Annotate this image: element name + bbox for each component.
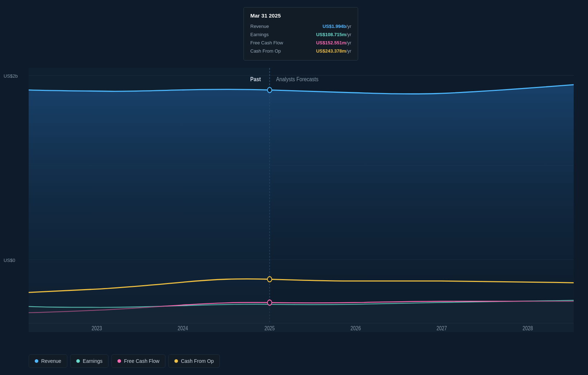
forecast-label: Analysts Forecasts [276,76,318,83]
tooltip-row-revenue: Revenue US$1.994b/yr [250,22,351,30]
legend-label-fcf: Free Cash Flow [124,358,159,364]
x-label-2027: 2027 [437,325,447,332]
legend-dot-fcf [117,359,121,363]
tooltip-row-cashop: Cash From Op US$243.378m/yr [250,47,351,55]
legend-dot-cashop [174,359,178,363]
chart-area: Past Analysts Forecasts 2023 [29,68,574,332]
x-label-2024: 2024 [178,325,188,332]
revenue-dot [268,87,272,93]
legend-label-revenue: Revenue [41,358,61,364]
tooltip-row-earnings: Earnings US$108.715m/yr [250,30,351,39]
tooltip-label-earnings: Earnings [250,32,269,37]
tooltip-value-revenue: US$1.994b/yr [323,24,351,29]
tooltip: Mar 31 2025 Revenue US$1.994b/yr Earning… [244,7,358,60]
legend-item-fcf[interactable]: Free Cash Flow [111,354,165,368]
tooltip-date: Mar 31 2025 [250,13,351,19]
x-label-2023: 2023 [92,325,102,332]
x-label-2026: 2026 [351,325,361,332]
x-label-2028: 2028 [522,325,533,332]
legend-item-revenue[interactable]: Revenue [29,354,67,368]
legend-dot-earnings [76,359,80,363]
legend-dot-revenue [35,359,38,363]
legend-item-earnings[interactable]: Earnings [70,354,109,368]
y-label-top: US$2b [4,73,18,79]
tooltip-label-cashop: Cash From Op [250,48,281,54]
tooltip-value-cashop: US$243.378m/yr [316,48,351,54]
chart-svg: Past Analysts Forecasts 2023 [29,68,574,332]
legend-label-earnings: Earnings [83,358,102,364]
cashop-dot [268,277,272,282]
tooltip-label-revenue: Revenue [250,24,269,29]
legend-label-cashop: Cash From Op [181,358,214,364]
fcf-dot [268,300,272,305]
tooltip-value-fcf: US$152.551m/yr [316,40,351,45]
tooltip-row-fcf: Free Cash Flow US$152.551m/yr [250,39,351,47]
y-label-bottom: US$0 [4,258,15,263]
legend-item-cashop[interactable]: Cash From Op [168,354,220,368]
tooltip-value-earnings: US$108.715m/yr [316,32,351,37]
past-label: Past [250,76,261,83]
legend: Revenue Earnings Free Cash Flow Cash Fro… [29,354,220,368]
x-label-2025: 2025 [264,325,275,332]
chart-container: US$2b US$0 Mar 31 2025 Revenue US$1.994b… [0,0,588,375]
revenue-area [29,85,574,332]
tooltip-label-fcf: Free Cash Flow [250,40,283,45]
